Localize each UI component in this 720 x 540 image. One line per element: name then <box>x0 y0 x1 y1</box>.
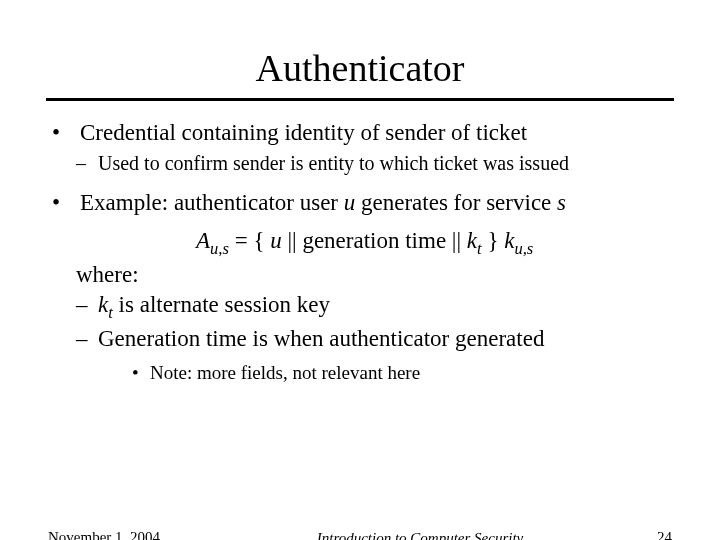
note-text: Note: more fields, not relevant here <box>150 361 672 384</box>
slide: Authenticator • Credential containing id… <box>0 46 720 540</box>
var-u: u <box>270 228 282 253</box>
sub-bullet-text: kt is alternate session key <box>98 291 672 323</box>
text-fragment: generates for service <box>355 190 557 215</box>
text-fragment: Example: authenticator user <box>80 190 344 215</box>
bullet-text: Example: authenticator user u generates … <box>80 189 672 217</box>
var-k: k <box>98 292 108 317</box>
bullet-dot: • <box>48 119 80 147</box>
sub-bullet-text: Generation time is when authenticator ge… <box>98 325 672 353</box>
var-k: k <box>504 228 514 253</box>
dash-icon: – <box>76 291 98 323</box>
var-s: s <box>557 190 566 215</box>
footer-date: November 1, 2004 <box>48 529 248 541</box>
sub-us: u,s <box>514 239 533 258</box>
body: • Credential containing identity of send… <box>48 119 672 384</box>
sub-bullet-text: Used to confirm sender is entity to whic… <box>98 151 672 175</box>
text-fragment: } <box>482 228 505 253</box>
sub-bullet-item: – kt is alternate session key <box>76 291 672 323</box>
var-A: A <box>196 228 210 253</box>
slide-title: Authenticator <box>0 46 720 90</box>
sub-bullet-item: – Used to confirm sender is entity to wh… <box>76 151 672 175</box>
bullet-item: • Credential containing identity of send… <box>48 119 672 147</box>
sub-us: u,s <box>210 239 229 258</box>
sub-bullet-item: – Generation time is when authenticator … <box>76 325 672 353</box>
footer-center: Introduction to Computer Security ©2004 … <box>248 529 592 541</box>
var-u: u <box>344 190 356 215</box>
text-fragment: is alternate session key <box>113 292 330 317</box>
bullet-dot: • <box>48 189 80 217</box>
page-number: 24 <box>592 529 672 541</box>
footer-title: Introduction to Computer Security <box>317 530 524 541</box>
dash-icon: – <box>76 151 98 175</box>
text-fragment: || generation time || <box>282 228 467 253</box>
formula-block: Au,s = { u || generation time || kt } ku… <box>76 227 672 384</box>
text-fragment: = { <box>229 228 270 253</box>
var-k: k <box>467 228 477 253</box>
note-item: • Note: more fields, not relevant here <box>132 361 672 384</box>
where-label: where: <box>76 261 672 289</box>
footer: November 1, 2004 Introduction to Compute… <box>0 529 720 541</box>
bullet-dot: • <box>132 361 150 384</box>
formula: Au,s = { u || generation time || kt } ku… <box>76 227 672 259</box>
bullet-text: Credential containing identity of sender… <box>80 119 672 147</box>
bullet-item: • Example: authenticator user u generate… <box>48 189 672 217</box>
divider <box>46 98 674 101</box>
dash-icon: – <box>76 325 98 353</box>
